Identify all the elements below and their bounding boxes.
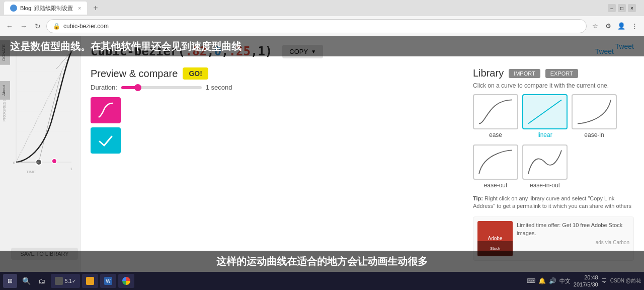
linear-curve-svg	[523, 95, 567, 128]
library-item-ease-in[interactable]: ease-in	[572, 94, 617, 138]
ease-out-label: ease-out	[484, 182, 508, 189]
app1-label: 5.1✓	[65, 278, 76, 284]
word-icon: W	[104, 277, 112, 285]
start-button[interactable]: ⊞	[3, 274, 17, 288]
library-grid: ease linear	[473, 94, 634, 189]
control-point-2[interactable]	[51, 158, 57, 164]
teal-check-svg	[96, 130, 116, 151]
app1-icon	[55, 277, 63, 285]
pink-curve-svg	[96, 100, 116, 120]
tab-favicon	[10, 5, 17, 12]
input-method-icon: 中文	[559, 277, 571, 285]
import-button[interactable]: IMPORT	[509, 69, 540, 78]
about-tab[interactable]: About	[0, 81, 10, 100]
ease-out-curve-svg	[474, 146, 517, 179]
svg-line-7	[16, 51, 71, 162]
taskbar-time: 20:48	[574, 274, 598, 281]
csdn-label: CSDN @简花	[610, 277, 641, 284]
tab-close-icon[interactable]: ×	[78, 6, 81, 11]
library-item-ease-out[interactable]: ease-out	[473, 144, 518, 189]
ease-label: ease	[489, 131, 502, 138]
chrome-icon	[122, 277, 130, 285]
ease-in-out-curve-svg	[523, 146, 567, 179]
ads-credit: ads via Carbon	[517, 240, 629, 245]
taskbar-app-file-explorer[interactable]	[82, 274, 98, 288]
keyboard-icon: ⌨	[527, 277, 535, 284]
tip-content: Right click on any library curve and sel…	[473, 195, 631, 209]
preview-title: Preview & compare	[91, 68, 178, 80]
active-tab[interactable]: Blog: 跟陆续限制设置 ×	[4, 2, 87, 15]
tab-bar: Blog: 跟陆续限制设置 × + – □ ×	[0, 0, 644, 16]
taskbar-quick-launch: 🔍 🗂	[19, 274, 49, 288]
duration-row: Duration: 1 second	[91, 84, 458, 91]
toolbar-icons: ☆ ⚙ 👤 ⋮	[590, 21, 640, 32]
tip-text: Tip: Right click on any library curve an…	[473, 195, 634, 210]
taskview-icon[interactable]: 🗂	[35, 274, 49, 288]
volume-icon: 🔊	[549, 277, 556, 284]
ease-in-label: ease-in	[584, 131, 604, 138]
overlay-bottom: 这样的运动曲线在适合的地方会让动画生动很多	[0, 251, 644, 272]
taskbar-app-chrome[interactable]	[118, 274, 134, 288]
minimize-button[interactable]: –	[608, 4, 616, 12]
ad-text-content: Limited time offer: Get 10 free Adobe St…	[517, 221, 629, 238]
library-item-ease[interactable]: ease	[473, 94, 518, 138]
duration-thumb[interactable]	[134, 84, 141, 91]
ease-out-curve-box[interactable]	[473, 144, 518, 180]
linear-curve-box[interactable]	[522, 94, 568, 129]
preview-boxes	[91, 97, 458, 154]
duration-value: 1 second	[206, 84, 232, 91]
ease-curve-box[interactable]	[473, 94, 518, 129]
library-item-ease-in-out[interactable]: ease-in-out	[522, 144, 568, 189]
taskbar-app-word[interactable]: W	[100, 274, 116, 288]
file-explorer-icon	[86, 277, 94, 285]
preview-box-teal	[91, 127, 121, 154]
duration-slider[interactable]	[121, 86, 202, 89]
bezier-graph-svg[interactable]: 0 1	[11, 41, 76, 172]
action-center-icon: 🗨	[601, 277, 607, 284]
taskbar-right: ⌨ 🔔 🔊 中文 20:48 2017/5/30 🗨 CSDN @简花	[527, 274, 641, 288]
svg-text:1: 1	[70, 167, 73, 171]
svg-text:0: 0	[13, 161, 16, 165]
address-bar-row: ← → ↻ 🔒 cubic-bezier.com ☆ ⚙ 👤 ⋮	[0, 16, 644, 36]
library-subtitle: Click on a curve to compare it with the …	[473, 82, 634, 89]
ease-curve-svg	[474, 95, 517, 128]
svg-line-8	[39, 71, 61, 162]
overlay-top-text: 这是数值型曲线。在其他软件里还会见到速度型曲线	[10, 40, 242, 53]
forward-button[interactable]: →	[18, 21, 29, 32]
export-button[interactable]: EXPORT	[545, 69, 578, 78]
address-box[interactable]: 🔒 cubic-bezier.com	[46, 19, 587, 33]
page-content: 这是数值型曲线。在其他软件里还会见到速度型曲线 DONATE About	[0, 36, 644, 290]
ad-overlay-text: Stock	[490, 246, 500, 251]
bookmark-icon[interactable]: ☆	[590, 21, 601, 32]
back-button[interactable]: ←	[4, 21, 15, 32]
close-window-button[interactable]: ×	[628, 4, 636, 12]
taskbar-date: 2017/5/30	[574, 281, 598, 288]
ease-in-out-label: ease-in-out	[530, 182, 560, 189]
new-tab-button[interactable]: +	[89, 2, 102, 15]
extensions-icon[interactable]: ⚙	[603, 21, 614, 32]
browser-chrome: Blog: 跟陆续限制设置 × + – □ × ← → ↻ 🔒 cubic-be…	[0, 0, 644, 36]
menu-icon[interactable]: ⋮	[629, 21, 640, 32]
ease-in-curve-box[interactable]	[572, 94, 617, 129]
ease-in-out-curve-box[interactable]	[522, 144, 568, 180]
taskbar-app-1[interactable]: 5.1✓	[51, 274, 80, 288]
url-display: cubic-bezier.com	[63, 23, 580, 30]
maximize-button[interactable]: □	[618, 4, 626, 12]
preview-box-pink	[91, 97, 121, 123]
notification-icon: 🔔	[538, 277, 546, 284]
time-label: TIME	[26, 170, 36, 174]
library-item-linear[interactable]: linear	[522, 94, 568, 138]
refresh-button[interactable]: ↻	[32, 21, 43, 32]
preview-header: Preview & compare GO!	[91, 67, 458, 80]
go-button[interactable]: GO!	[183, 67, 208, 80]
user-icon[interactable]: 👤	[616, 21, 627, 32]
bezier-graph-container: 0 1 PROGRESSION TIME	[11, 41, 80, 174]
search-taskbar-icon[interactable]: 🔍	[19, 274, 33, 288]
library-col: Library IMPORT EXPORT Click on a curve t…	[473, 67, 634, 261]
library-header: Library IMPORT EXPORT	[473, 67, 634, 79]
library-title: Library	[473, 67, 504, 79]
overlay-bottom-text: 这样的运动曲线在适合的地方会让动画生动很多	[216, 255, 428, 268]
linear-label: linear	[537, 131, 552, 138]
overlay-top: 这是数值型曲线。在其他软件里还会见到速度型曲线	[0, 36, 644, 56]
preview-col: Preview & compare GO! Duration: 1 second	[91, 67, 458, 261]
